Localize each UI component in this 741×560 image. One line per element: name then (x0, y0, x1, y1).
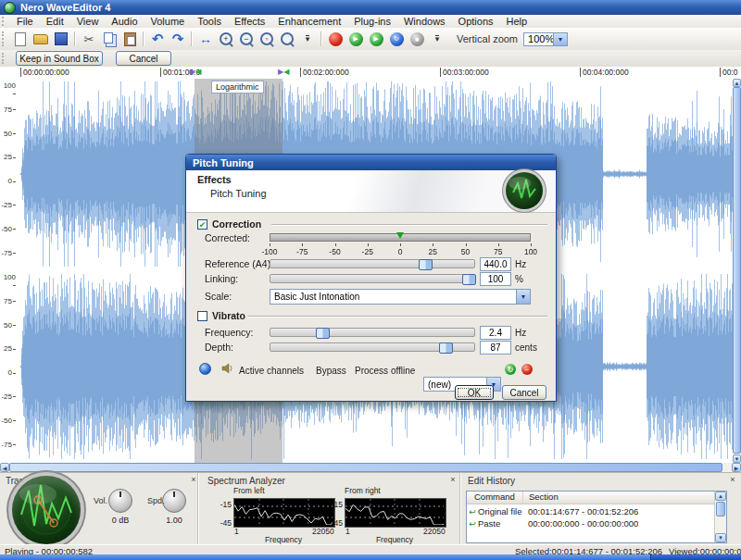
menu-item-file[interactable]: File (10, 16, 40, 27)
remove-preset-button[interactable]: − (521, 364, 533, 375)
taskbar[interactable] (0, 554, 741, 560)
close-icon[interactable]: × (448, 475, 458, 484)
history-row[interactable]: ↩Original file00:01:14:677 - 00:01:52:20… (467, 505, 715, 517)
vibrato-checkbox[interactable] (197, 311, 207, 321)
nero-wave-editor-window: Nero WaveEditor 4 FileEditViewAudioVolum… (0, 0, 741, 560)
scroll-up-button[interactable]: ▲ (733, 79, 741, 87)
history-row[interactable]: ↩Paste00:00:00:000 - 00:00:00:000 (467, 517, 715, 529)
vertical-scrollbar[interactable]: ▲ ▼ (733, 79, 741, 463)
cut-icon[interactable] (80, 30, 98, 48)
overflow2-icon[interactable] (428, 30, 446, 48)
add-preset-button[interactable]: ↻ (505, 364, 516, 375)
scroll-up-button[interactable]: ▲ (715, 492, 726, 501)
reference-slider-thumb[interactable] (419, 259, 433, 270)
menu-item-tools[interactable]: Tools (191, 16, 228, 27)
new-file-icon[interactable] (11, 30, 30, 48)
process-offline-label[interactable]: Process offline (355, 366, 415, 376)
menu-item-enhancement[interactable]: Enhancement (271, 16, 347, 27)
copy-icon[interactable] (100, 30, 119, 48)
reference-slider[interactable] (270, 259, 475, 268)
chevron-down-icon[interactable]: ▼ (516, 290, 530, 304)
speed-knob[interactable] (162, 489, 186, 513)
play-all-icon[interactable]: ▶ (367, 30, 385, 48)
play-icon[interactable]: ▶ (346, 30, 365, 48)
active-channels-label[interactable]: Active channels (239, 366, 304, 376)
frequency-slider-thumb[interactable] (316, 328, 330, 339)
menu-item-options[interactable]: Options (452, 16, 500, 27)
linking-slider-thumb[interactable] (462, 274, 476, 285)
bypass-label[interactable]: Bypass (316, 366, 346, 376)
timeline-ruler[interactable]: 00:00:00:00000:01:00:000:02:00:00000:03:… (0, 67, 741, 80)
history-scrollbar[interactable]: ▲ ▼ (714, 492, 726, 542)
amplitude-scale: 1007550250-25-50-751007550250-25-50-75 (0, 79, 20, 463)
zoom-all-icon[interactable] (278, 30, 296, 48)
menu-item-volume[interactable]: Volume (144, 16, 192, 27)
ok-button[interactable]: OK (455, 385, 494, 400)
menu-item-plug-ins[interactable]: Plug-ins (347, 16, 397, 27)
history-header: Command Section (467, 492, 715, 504)
dialog-header: Effects Pitch Tuning (186, 170, 556, 213)
scroll-down-button[interactable]: ▼ (715, 533, 726, 542)
vertical-zoom-select[interactable]: 100% ▼ (523, 32, 568, 46)
group-divider (271, 224, 547, 226)
horizontal-scrollbar[interactable]: ◀ ▶ (0, 463, 741, 472)
frequency-value-field[interactable]: 2.4 (480, 326, 511, 340)
loop-icon[interactable]: ↻ (387, 30, 406, 48)
preview-play-button[interactable] (199, 363, 211, 375)
menu-item-audio[interactable]: Audio (105, 16, 144, 27)
dialog-title-bar[interactable]: Pitch Tuning (186, 155, 556, 170)
menu-item-view[interactable]: View (70, 16, 106, 27)
menu-item-edit[interactable]: Edit (40, 16, 70, 27)
corrected-scale-label: 0 (398, 247, 403, 256)
chevron-down-icon[interactable]: ▼ (553, 33, 567, 45)
reference-value-field[interactable]: 440.0 (480, 257, 511, 271)
correction-checkbox[interactable]: ✔ (197, 219, 207, 230)
scale-select[interactable]: Basic Just Intonation ▼ (270, 289, 531, 305)
close-icon[interactable]: × (728, 475, 737, 484)
title-bar[interactable]: Nero WaveEditor 4 (0, 0, 741, 15)
paste-icon[interactable] (120, 30, 139, 48)
record-icon[interactable] (326, 30, 345, 48)
fit-width-icon[interactable] (196, 30, 215, 48)
menu-item-windows[interactable]: Windows (397, 16, 452, 27)
open-file-icon[interactable] (31, 30, 50, 48)
zoom-selection-icon[interactable] (257, 30, 276, 48)
zoom-in-icon[interactable] (217, 30, 235, 48)
linking-value-field[interactable]: 100 (480, 272, 511, 286)
selection-start-marker[interactable]: ▶◀ (190, 68, 201, 77)
stop-icon[interactable]: ■ (408, 30, 426, 48)
overflow-icon[interactable] (298, 30, 317, 48)
depth-slider-thumb[interactable] (439, 342, 453, 354)
volume-knob[interactable] (108, 489, 132, 513)
corrected-scale-label: -100 (261, 247, 277, 256)
scroll-down-button[interactable]: ▼ (733, 454, 741, 463)
dialog-cancel-button[interactable]: Cancel (502, 385, 546, 400)
linking-slider[interactable] (270, 274, 475, 283)
menu-item-help[interactable]: Help (500, 16, 534, 27)
strip-cancel-button[interactable]: Cancel (116, 51, 171, 66)
selection-end-marker[interactable]: ▶◀ (278, 68, 289, 77)
menu-item-effects[interactable]: Effects (228, 16, 271, 27)
column-section[interactable]: Section (523, 492, 559, 504)
save-icon[interactable] (52, 30, 70, 48)
zoom-out-icon[interactable] (237, 30, 256, 48)
group-divider (247, 316, 547, 317)
taskbar-button[interactable] (0, 554, 651, 560)
redo-icon[interactable] (169, 30, 187, 48)
column-command[interactable]: Command (467, 492, 523, 504)
corrected-scale-label: -50 (329, 247, 340, 256)
horizontal-scroll-thumb[interactable] (9, 463, 722, 472)
vertical-scroll-thumb[interactable] (733, 87, 741, 454)
depth-value-field[interactable]: 87 (480, 341, 511, 355)
speaker-icon[interactable] (221, 363, 234, 376)
keep-in-soundbox-button[interactable]: Keep in Sound Box (16, 51, 103, 66)
amplitude-scale-label: -50 (0, 417, 16, 425)
frequency-slider[interactable] (270, 328, 475, 337)
history-scroll-thumb[interactable] (716, 502, 725, 516)
edit-history-list[interactable]: Command Section ↩Original file00:01:14:6… (466, 491, 727, 543)
pitch-tuning-icon (506, 172, 543, 209)
scroll-left-button[interactable]: ◀ (0, 463, 9, 472)
depth-slider[interactable] (270, 342, 475, 352)
undo-icon[interactable] (148, 30, 167, 48)
scroll-right-button[interactable]: ▶ (732, 463, 741, 472)
